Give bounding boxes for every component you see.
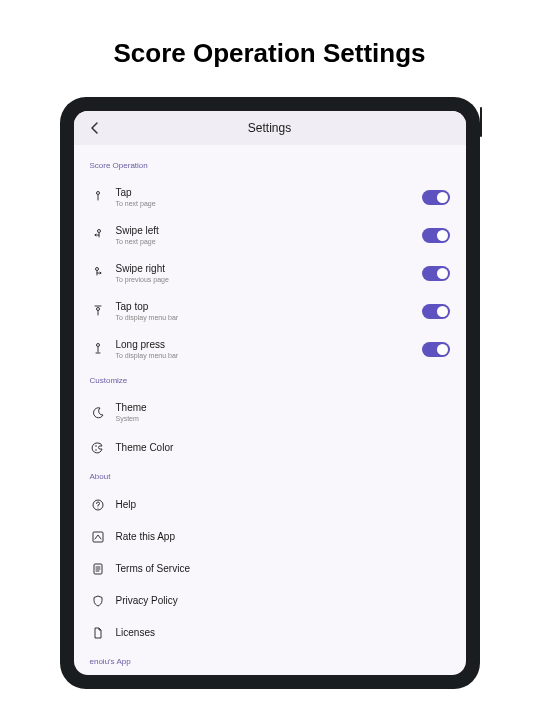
- row-text: Swipe right To previous page: [116, 262, 412, 284]
- svg-point-4: [96, 344, 99, 347]
- row-memo-app[interactable]: Memo: Copy & Share by 1 Tap: [90, 674, 450, 675]
- row-theme[interactable]: Theme System: [90, 393, 450, 431]
- row-text: Long press To display menu bar: [116, 338, 412, 360]
- palette-icon: [90, 440, 106, 456]
- row-title: Tap top: [116, 300, 412, 313]
- screen: Settings Score Operation Tap To next pag…: [74, 111, 466, 675]
- svg-point-5: [95, 445, 97, 447]
- rate-icon: [90, 529, 106, 545]
- row-title: Licenses: [116, 626, 450, 639]
- row-tap-top[interactable]: Tap top To display menu bar: [90, 292, 450, 330]
- row-text: Rate this App: [116, 530, 450, 543]
- row-theme-color[interactable]: Theme Color: [90, 432, 450, 464]
- row-text: Licenses: [116, 626, 450, 639]
- row-text: Help: [116, 498, 450, 511]
- settings-content: Score Operation Tap To next page Swipe l…: [74, 145, 466, 675]
- row-text: Theme System: [116, 401, 450, 423]
- row-text: Tap top To display menu bar: [116, 300, 412, 322]
- row-title: Rate this App: [116, 530, 450, 543]
- row-subtitle: To display menu bar: [116, 351, 412, 360]
- section-customize-label: Customize: [90, 376, 450, 385]
- toggle-swipe-left[interactable]: [422, 228, 450, 243]
- svg-rect-9: [93, 532, 103, 542]
- tap-top-icon: [90, 303, 106, 319]
- row-subtitle: System: [116, 414, 450, 423]
- row-terms[interactable]: Terms of Service: [90, 553, 450, 585]
- swipe-left-icon: [90, 227, 106, 243]
- page-title: Score Operation Settings: [113, 38, 425, 69]
- toggle-tap-top[interactable]: [422, 304, 450, 319]
- toggle-long-press[interactable]: [422, 342, 450, 357]
- section-about-label: About: [90, 472, 450, 481]
- swipe-right-icon: [90, 265, 106, 281]
- row-tap[interactable]: Tap To next page: [90, 178, 450, 216]
- row-subtitle: To previous page: [116, 275, 412, 284]
- row-text: Swipe left To next page: [116, 224, 412, 246]
- row-title: Swipe right: [116, 262, 412, 275]
- row-text: Tap To next page: [116, 186, 412, 208]
- row-licenses[interactable]: Licenses: [90, 617, 450, 649]
- row-title: Theme Color: [116, 441, 450, 454]
- svg-point-0: [96, 192, 99, 195]
- row-rate-app[interactable]: Rate this App: [90, 521, 450, 553]
- section-score-operation-label: Score Operation: [90, 161, 450, 170]
- row-title: Swipe left: [116, 224, 412, 237]
- svg-point-1: [97, 230, 100, 233]
- row-text: Privacy Policy: [116, 594, 450, 607]
- row-subtitle: To display menu bar: [116, 313, 412, 322]
- header-bar: Settings: [74, 111, 466, 145]
- row-title: Theme: [116, 401, 450, 414]
- device-frame: Settings Score Operation Tap To next pag…: [60, 97, 480, 689]
- section-enoiu-label: enoiu's App: [90, 657, 450, 666]
- row-text: Theme Color: [116, 441, 450, 454]
- toggle-tap[interactable]: [422, 190, 450, 205]
- back-button[interactable]: [86, 119, 104, 137]
- row-title: Privacy Policy: [116, 594, 450, 607]
- moon-icon: [90, 405, 106, 421]
- tap-icon: [90, 189, 106, 205]
- shield-icon: [90, 593, 106, 609]
- row-subtitle: To next page: [116, 199, 412, 208]
- toggle-swipe-right[interactable]: [422, 266, 450, 281]
- header-title: Settings: [88, 121, 452, 135]
- row-title: Long press: [116, 338, 412, 351]
- chevron-left-icon: [91, 122, 99, 134]
- row-title: Terms of Service: [116, 562, 450, 575]
- row-swipe-right[interactable]: Swipe right To previous page: [90, 254, 450, 292]
- row-swipe-left[interactable]: Swipe left To next page: [90, 216, 450, 254]
- help-icon: [90, 497, 106, 513]
- long-press-icon: [90, 341, 106, 357]
- row-title: Help: [116, 498, 450, 511]
- row-text: Terms of Service: [116, 562, 450, 575]
- row-help[interactable]: Help: [90, 489, 450, 521]
- svg-point-3: [96, 308, 99, 311]
- row-subtitle: To next page: [116, 237, 412, 246]
- row-privacy[interactable]: Privacy Policy: [90, 585, 450, 617]
- row-title: Tap: [116, 186, 412, 199]
- svg-point-2: [95, 268, 98, 271]
- svg-point-6: [95, 449, 97, 451]
- row-long-press[interactable]: Long press To display menu bar: [90, 330, 450, 368]
- document-icon: [90, 561, 106, 577]
- svg-point-8: [97, 507, 98, 508]
- file-icon: [90, 625, 106, 641]
